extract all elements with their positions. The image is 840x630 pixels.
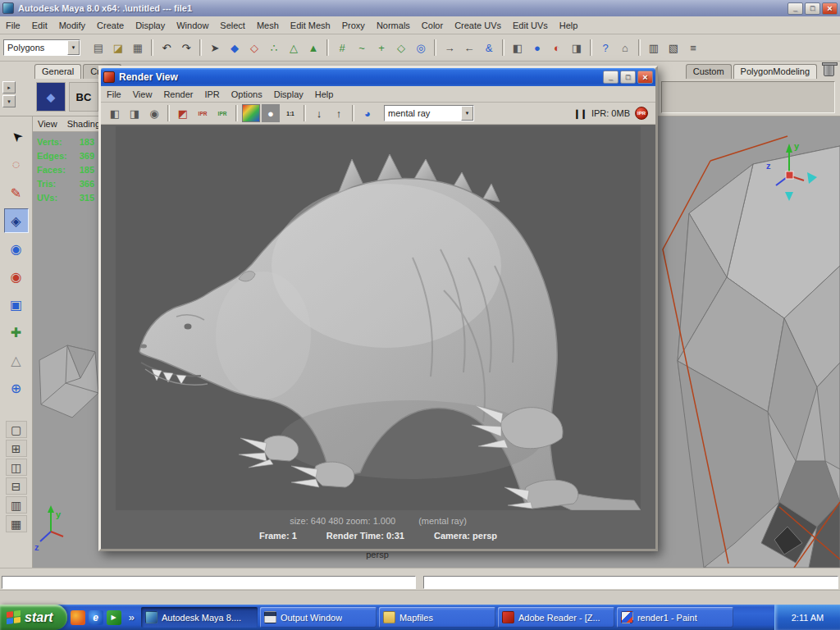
open-scene-icon[interactable]: ◪ — [109, 39, 127, 57]
menu-help[interactable]: Help — [554, 18, 584, 33]
render-view-minimize-button[interactable]: _ — [603, 71, 619, 84]
input-connections-icon[interactable]: → — [441, 39, 459, 57]
internet-explorer-icon[interactable]: e — [89, 610, 103, 625]
shelf-item-bc[interactable]: BC — [69, 82, 98, 112]
taskbar-button-maya[interactable]: Autodesk Maya 8.... — [141, 607, 258, 628]
snap-view-plane-icon[interactable]: ◇ — [392, 39, 410, 57]
render-view-title-bar[interactable]: Render View _ □ × — [101, 68, 655, 86]
command-line-input[interactable] — [2, 576, 416, 589]
panel-expand-button[interactable]: ▾ — [2, 95, 16, 107]
firefox-icon[interactable] — [71, 610, 85, 625]
media-player-icon[interactable]: ▶ — [107, 610, 121, 625]
paint-region-icon[interactable]: ◕ — [358, 104, 377, 122]
render-view-menu-ipr[interactable]: IPR — [199, 87, 225, 102]
start-button[interactable]: start — [0, 605, 67, 630]
select-component-icon[interactable]: ◇ — [245, 39, 263, 57]
render-view-menu-view[interactable]: View — [127, 87, 158, 102]
menu-create[interactable]: Create — [91, 18, 130, 33]
shelf-tab-polygonmodeling[interactable]: PolygonModeling — [733, 64, 817, 79]
render-view-menu-help[interactable]: Help — [309, 87, 340, 102]
attribute-editor-icon[interactable]: ▥ — [645, 39, 663, 57]
taskbar-button-folder[interactable]: Mapfiles — [379, 607, 495, 628]
save-scene-icon[interactable]: ▦ — [129, 39, 147, 57]
keep-image-icon[interactable]: ↓ — [310, 104, 328, 122]
select-hierarchy-icon[interactable]: ➤ — [206, 39, 224, 57]
render-view-menu-render[interactable]: Render — [158, 87, 199, 102]
channel-box-icon[interactable]: ≡ — [684, 39, 702, 57]
move-tool-icon[interactable]: ◉ — [4, 236, 29, 261]
render-view-menu-file[interactable]: File — [101, 87, 127, 102]
quick-launch-chevron-icon[interactable]: » — [129, 611, 135, 623]
render-view-close-button[interactable]: × — [637, 71, 653, 84]
ipr-render-icon[interactable]: ◩ — [174, 104, 192, 122]
open-render-view-icon[interactable]: ◧ — [509, 39, 527, 57]
left-viewport[interactable]: ViewShading Verts:183Edges:369Faces:185T… — [33, 116, 98, 568]
rotate-tool-icon[interactable]: ◉ — [4, 264, 29, 289]
close-button[interactable]: × — [822, 2, 838, 15]
chevron-down-icon[interactable]: ▼ — [67, 40, 80, 55]
outliner-layout-icon[interactable]: ▦ — [6, 515, 27, 532]
taskbar-button-paint[interactable]: render1 - Paint — [617, 607, 733, 628]
output-connections-icon[interactable]: ← — [460, 39, 478, 57]
paint-select-tool-icon[interactable]: ✎ — [4, 180, 29, 205]
help-icon[interactable]: ? — [596, 39, 614, 57]
select-object-icon[interactable]: ◆ — [226, 39, 244, 57]
remove-image-icon[interactable]: ↑ — [330, 104, 348, 122]
render-current-frame-icon[interactable]: ● — [528, 39, 546, 57]
minimize-button[interactable]: _ — [788, 2, 803, 15]
render-frame-icon[interactable]: ◧ — [106, 104, 124, 122]
tool-settings-icon[interactable]: ▧ — [664, 39, 682, 57]
new-scene-icon[interactable]: ▤ — [89, 39, 107, 57]
menu-file[interactable]: File — [0, 18, 26, 33]
menu-window[interactable]: Window — [171, 18, 214, 33]
one-to-one-icon[interactable]: 1:1 — [281, 104, 299, 122]
trash-icon[interactable] — [824, 65, 834, 76]
render-settings-icon[interactable]: ◨ — [568, 39, 586, 57]
shelf-item-primitive[interactable]: ◆ — [36, 82, 66, 112]
four-pane-layout-icon[interactable]: ⊞ — [6, 440, 27, 457]
menu-color[interactable]: Color — [416, 18, 449, 33]
lasso-tool-icon[interactable]: ◌ — [4, 153, 29, 177]
render-region-icon[interactable]: ◨ — [126, 104, 144, 122]
taskbar-button-adobe[interactable]: Adobe Reader - [Z... — [498, 607, 614, 628]
two-pane-stack-layout-icon[interactable]: ⊟ — [6, 477, 27, 495]
universal-manip-icon[interactable]: ✚ — [4, 320, 29, 345]
make-live-icon[interactable]: ◎ — [412, 39, 430, 57]
render-view-menu-display[interactable]: Display — [268, 87, 309, 102]
pause-icon[interactable]: ❙❙ — [573, 108, 586, 119]
menu-normals[interactable]: Normals — [371, 18, 416, 33]
snap-point-icon[interactable]: + — [372, 39, 390, 57]
home-icon[interactable]: ⌂ — [616, 39, 634, 57]
snapshot-icon[interactable]: ◉ — [145, 104, 163, 122]
menu-mesh[interactable]: Mesh — [251, 18, 285, 33]
menu-set-dropdown[interactable]: Polygons ▼ — [3, 39, 80, 56]
rgb-channels-icon[interactable] — [242, 104, 260, 122]
snap-grid-icon[interactable]: # — [333, 39, 351, 57]
ipr-refresh-icon[interactable]: IPR — [213, 104, 231, 122]
two-pane-side-layout-icon[interactable]: ◫ — [6, 459, 27, 476]
select-mask-vertex-icon[interactable]: ∴ — [265, 39, 283, 57]
render-view-canvas[interactable]: size: 640 480 zoom: 1.000(mental ray) Fr… — [101, 125, 655, 549]
renderer-dropdown[interactable]: mental ray ▼ — [384, 105, 474, 121]
select-tool-icon[interactable]: ➤ — [0, 120, 34, 154]
select-mask-face-icon[interactable]: ▲ — [304, 39, 322, 57]
scale-tool-icon[interactable]: ▣ — [4, 292, 29, 317]
menu-modify[interactable]: Modify — [53, 18, 91, 33]
menu-edit-uvs[interactable]: Edit UVs — [507, 18, 554, 33]
menu-edit[interactable]: Edit — [26, 18, 53, 33]
menu-create-uvs[interactable]: Create UVs — [449, 18, 507, 33]
select-mask-edge-icon[interactable]: △ — [285, 39, 303, 57]
construction-history-icon[interactable]: & — [480, 39, 498, 57]
chevron-down-icon[interactable]: ▼ — [461, 106, 473, 121]
command-result-field[interactable] — [423, 576, 838, 589]
ipr-render-icon[interactable]: ◐ — [548, 39, 566, 57]
three-pane-layout-icon[interactable]: ▥ — [6, 496, 27, 514]
panel-collapse-button[interactable]: ▸ — [2, 81, 16, 94]
panel-menu-view[interactable]: View — [33, 116, 62, 131]
shelf-empty-area[interactable] — [661, 81, 835, 113]
main-title-bar[interactable]: Autodesk Maya 8.0 x64: .\untitled --- fi… — [0, 0, 840, 16]
snap-curve-icon[interactable]: ~ — [353, 39, 371, 57]
undo-icon[interactable]: ↶ — [158, 39, 176, 57]
restore-button[interactable]: □ — [805, 2, 820, 15]
menu-display[interactable]: Display — [130, 18, 171, 33]
